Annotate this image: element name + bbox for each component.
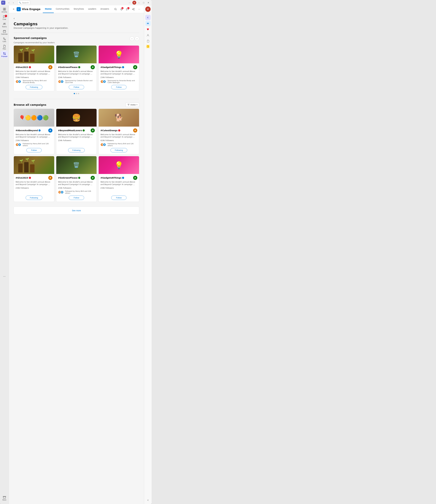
messages-button[interactable]: 1 [125, 7, 130, 11]
titlebar: T ‹ › 🔍 Search ··· U – □ ✕ [0, 0, 152, 5]
svg-point-7 [5, 23, 5, 24]
verified-icon: ✓ [83, 129, 85, 132]
follow-button[interactable]: Follow [111, 196, 127, 200]
main-content: ‹ Campaigns Discover campaigns happening… [9, 13, 144, 504]
right-icon-c[interactable]: C [145, 15, 151, 20]
sidebar-item-teams[interactable]: Teams [1, 21, 8, 28]
following-button[interactable]: Following [26, 196, 42, 200]
card-action: Following [58, 148, 95, 152]
card-followers: 234k Followers [100, 76, 137, 79]
hashtag-badge: # [91, 176, 95, 180]
see-more-row: See more [14, 207, 139, 214]
topbar-more-button[interactable]: ··· [137, 7, 142, 11]
notifications-button[interactable]: 10 [119, 7, 124, 11]
campaign-card: 💡 #GadgetsNThings ✓ # Welcome to Van Ars… [99, 156, 139, 202]
app-layout: Activity 1 Chat Teams Calendar Calls [0, 5, 152, 504]
follow-button[interactable]: Follow [69, 85, 84, 89]
card-body: #Give2023 ✓ # Welcome to Van Arsdel's an… [14, 63, 54, 91]
sidebar-calls-label: Calls [3, 41, 6, 42]
card-title-row: #GadgetsNThings ✓ # [100, 65, 137, 69]
sidebar-item-activity[interactable]: Activity [1, 7, 8, 14]
close-button[interactable]: ✕ [146, 0, 150, 5]
maximize-button[interactable]: □ [142, 0, 146, 5]
svg-point-14 [134, 8, 134, 9]
card-image: 🐕 [99, 109, 139, 126]
nav-home[interactable]: Home [43, 5, 54, 13]
sponsored-prev-button[interactable]: ‹ [130, 36, 134, 41]
card-description: Welcome to Van Arsdel's annual Above and… [16, 70, 52, 75]
nav-leaders[interactable]: Leaders [86, 5, 98, 13]
sidebar-item-engage[interactable]: Engage [1, 51, 8, 58]
nav-answers[interactable]: Answers [98, 5, 111, 13]
notifications-badge: 10 [121, 7, 124, 9]
card-title: #Give2023 ✓ [16, 177, 31, 179]
verified-icon: ✓ [118, 129, 120, 132]
hashtag-badge: # [48, 176, 52, 180]
follow-button[interactable]: Follow [26, 148, 42, 152]
topbar-actions: 10 1 ··· [113, 7, 142, 11]
card-followers: 424k Followers [100, 139, 137, 142]
filter-active-button[interactable]: Active ▾ [126, 103, 139, 107]
content-area: ≡ Viva Engage Home Communities Storyline… [9, 5, 144, 504]
right-panel-avatar[interactable]: U [145, 7, 151, 12]
right-panel-collapse-button[interactable] [145, 497, 151, 503]
dot-1 [74, 93, 75, 94]
nav-storylines[interactable]: Storylines [72, 5, 86, 13]
card-action: Follow [100, 196, 137, 200]
filter-icon [127, 104, 130, 106]
engage-app-title: Viva Engage [22, 8, 40, 11]
right-icon-yellow[interactable]: ★ [146, 45, 150, 49]
sponsored-section-title: Sponsored campaigns [14, 36, 47, 40]
follow-button[interactable]: Follow [111, 85, 127, 89]
right-icon-m[interactable]: M [145, 21, 151, 26]
sidebar-item-files[interactable]: Files [1, 44, 8, 51]
card-action: Follow [100, 85, 137, 89]
search-button[interactable] [113, 7, 118, 11]
minimize-button[interactable]: – [137, 0, 141, 5]
sidebar-teams-label: Teams [2, 26, 7, 27]
sponsor-avatars: H A [58, 80, 63, 83]
sidebar-item-chat[interactable]: 1 Chat [1, 14, 8, 21]
card-image: 💡 [99, 45, 139, 63]
right-icon-person[interactable] [145, 33, 151, 38]
engage-logo: Viva Engage [17, 7, 40, 11]
svg-rect-4 [5, 8, 6, 9]
card-followers: 234k Followers [58, 187, 95, 189]
app-window: T ‹ › 🔍 Search ··· U – □ ✕ Activity [0, 0, 152, 504]
sidebar-item-more[interactable]: ··· [1, 273, 8, 280]
share-button[interactable] [131, 7, 136, 11]
back-nav-button[interactable]: ‹ [14, 17, 15, 20]
forward-button[interactable]: › [11, 0, 15, 5]
card-image: 🎈🟡🟠🔵🟢 [14, 109, 54, 126]
sidebar-item-store[interactable]: Store [1, 495, 8, 502]
card-description: Welcome to Van Arsdel's annual Above and… [16, 133, 52, 138]
more-options-button[interactable]: ··· [128, 0, 132, 5]
sidebar-item-calls[interactable]: Calls [1, 36, 8, 43]
right-icon-clipboard[interactable] [145, 38, 151, 44]
following-button[interactable]: Following [68, 148, 85, 152]
following-button[interactable]: Following [26, 85, 42, 89]
back-button[interactable]: ‹ [7, 0, 11, 5]
sponsored-next-button[interactable]: › [135, 36, 139, 41]
see-more-button[interactable]: See more [72, 209, 81, 212]
svg-text:★: ★ [147, 46, 148, 47]
menu-collapse-button[interactable]: ≡ [11, 7, 16, 11]
right-icon-heart[interactable]: ♥ [145, 27, 151, 32]
card-title: #GadgetsNThings ✓ [100, 177, 124, 179]
sidebar-store-label: Store [2, 499, 6, 501]
card-sponsors: H A Followed by Henry Brill and 126 othe… [16, 143, 52, 147]
following-button[interactable]: Following [110, 148, 127, 152]
card-body: #GadgetsNThings ✓ # Welcome to Van Arsde… [99, 63, 139, 91]
sidebar-item-calendar[interactable]: Calendar [1, 29, 8, 36]
card-title-row: #GoGreenPlease ✓ # [58, 176, 95, 180]
sidebar-activity-label: Activity [2, 11, 7, 13]
search-bar[interactable]: 🔍 Search [18, 0, 30, 5]
card-action: Following [100, 148, 137, 152]
card-followers: 234k Followers [58, 139, 95, 142]
sponsor-text: Followed by Henry Brill and 126 others [65, 190, 95, 194]
user-avatar[interactable]: U [132, 1, 136, 5]
hashtag-badge: # [133, 176, 137, 180]
card-image: 🗑️ [56, 156, 97, 174]
follow-button[interactable]: Follow [69, 196, 84, 200]
nav-communities[interactable]: Communities [54, 5, 72, 13]
